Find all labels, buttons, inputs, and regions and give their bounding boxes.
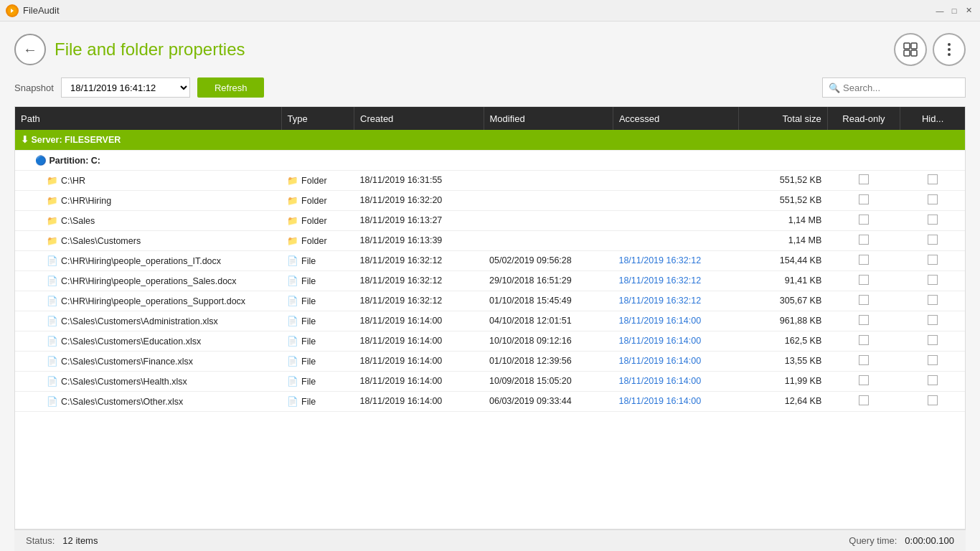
server-row: ⬇ Server: FILESERVER <box>15 130 965 150</box>
cell-hidden <box>900 170 965 190</box>
cell-created: 18/11/2019 16:14:00 <box>354 311 484 331</box>
hidden-checkbox[interactable] <box>928 235 938 245</box>
readonly-checkbox[interactable] <box>859 235 869 245</box>
cell-readonly <box>827 170 900 190</box>
col-header-readonly[interactable]: Read-only <box>827 107 900 130</box>
query-value: 0:00:00.100 <box>905 535 954 546</box>
readonly-checkbox[interactable] <box>859 174 869 184</box>
cell-accessed: 18/11/2019 16:14:00 <box>613 391 738 411</box>
hidden-checkbox[interactable] <box>928 295 938 305</box>
partition-row: 🔵 Partition: C: <box>15 150 965 170</box>
minimize-button[interactable]: — <box>934 5 946 17</box>
server-icon: ⬇ <box>21 135 29 145</box>
hidden-checkbox[interactable] <box>928 335 938 345</box>
folder-icon: 📁 <box>287 196 298 206</box>
status-left: Status: 12 items <box>26 535 98 546</box>
file-icon: 📄 <box>287 377 298 387</box>
table-header-row: Path Type Created Modified Accessed Tota… <box>15 107 965 130</box>
cell-size: 551,52 KB <box>738 190 827 210</box>
folder-icon: 📁 <box>47 176 58 186</box>
app-logo <box>6 4 19 17</box>
svg-rect-2 <box>911 43 917 49</box>
snapshot-select[interactable]: 18/11/2019 16:41:12 <box>61 77 190 98</box>
accessed-value: 18/11/2019 16:14:00 <box>618 396 701 406</box>
col-header-accessed[interactable]: Accessed <box>613 107 738 130</box>
table-row: 📄C:\Sales\Customers\Education.xlsx 📄File… <box>15 331 965 351</box>
readonly-checkbox[interactable] <box>859 194 869 204</box>
readonly-checkbox[interactable] <box>859 355 869 365</box>
readonly-checkbox[interactable] <box>859 275 869 285</box>
accessed-value: 18/11/2019 16:14:00 <box>618 356 701 366</box>
col-header-created[interactable]: Created <box>354 107 484 130</box>
cell-modified: 06/03/2019 09:33:44 <box>484 391 613 411</box>
hidden-checkbox[interactable] <box>928 174 938 184</box>
status-right: Query time: 0:00:00.100 <box>849 535 954 546</box>
readonly-checkbox[interactable] <box>859 375 869 385</box>
cell-type: 📁Folder <box>281 210 354 230</box>
file-icon: 📄 <box>47 296 58 306</box>
status-label: Status: <box>26 535 55 546</box>
snapshot-label: Snapshot <box>14 83 54 93</box>
cell-accessed: 18/11/2019 16:32:12 <box>613 291 738 311</box>
close-button[interactable]: ✕ <box>963 5 974 17</box>
col-header-modified[interactable]: Modified <box>484 107 613 130</box>
cell-hidden <box>900 391 965 411</box>
page-header: ← File and folder properties <box>14 33 966 66</box>
type-text: Folder <box>301 196 326 206</box>
cell-type: 📁Folder <box>281 190 354 210</box>
partition-icon: 🔵 <box>35 156 47 166</box>
cell-hidden <box>900 190 965 210</box>
cell-path: 📁C:\HR\Hiring <box>15 190 281 210</box>
file-icon: 📄 <box>47 316 58 326</box>
refresh-button[interactable]: Refresh <box>197 77 265 98</box>
hidden-checkbox[interactable] <box>928 194 938 204</box>
readonly-checkbox[interactable] <box>859 295 869 305</box>
cell-type: 📄File <box>281 250 354 270</box>
col-header-type[interactable]: Type <box>281 107 354 130</box>
accessed-value: 18/11/2019 16:14:00 <box>618 336 701 346</box>
readonly-checkbox[interactable] <box>859 315 869 325</box>
hidden-checkbox[interactable] <box>928 355 938 365</box>
more-options-button[interactable] <box>933 33 966 66</box>
col-header-size[interactable]: Total size <box>738 107 827 130</box>
hidden-checkbox[interactable] <box>928 395 938 405</box>
cell-path: 📄C:\Sales\Customers\Health.xlsx <box>15 371 281 391</box>
hidden-checkbox[interactable] <box>928 215 938 225</box>
cell-readonly <box>827 210 900 230</box>
cell-size: 154,44 KB <box>738 250 827 270</box>
maximize-button[interactable]: □ <box>948 5 960 17</box>
cell-path: 📄C:\Sales\Customers\Education.xlsx <box>15 331 281 351</box>
col-header-hidden[interactable]: Hid... <box>900 107 965 130</box>
readonly-checkbox[interactable] <box>859 255 869 265</box>
folder-icon: 📁 <box>47 196 58 206</box>
search-input[interactable] <box>843 83 959 93</box>
cell-created: 18/11/2019 16:14:00 <box>354 351 484 371</box>
hidden-checkbox[interactable] <box>928 315 938 325</box>
col-header-path[interactable]: Path <box>15 107 281 130</box>
cell-created: 18/11/2019 16:32:12 <box>354 291 484 311</box>
back-button[interactable]: ← <box>14 34 46 65</box>
file-icon: 📄 <box>287 357 298 367</box>
readonly-checkbox[interactable] <box>859 335 869 345</box>
grid-view-button[interactable] <box>894 33 927 66</box>
type-text: File <box>301 397 316 407</box>
file-icon: 📄 <box>287 256 298 266</box>
folder-icon: 📁 <box>47 216 58 226</box>
file-icon: 📄 <box>47 276 58 286</box>
hidden-checkbox[interactable] <box>928 275 938 285</box>
cell-path: 📁C:\Sales <box>15 210 281 230</box>
cell-modified <box>484 230 613 250</box>
cell-readonly <box>827 331 900 351</box>
readonly-checkbox[interactable] <box>859 395 869 405</box>
cell-path: 📁C:\HR <box>15 170 281 190</box>
cell-readonly <box>827 371 900 391</box>
hidden-checkbox[interactable] <box>928 375 938 385</box>
cell-accessed: 18/11/2019 16:32:12 <box>613 250 738 270</box>
file-icon: 📄 <box>287 336 298 347</box>
cell-modified: 29/10/2018 16:51:29 <box>484 270 613 291</box>
readonly-checkbox[interactable] <box>859 215 869 225</box>
file-icon: 📄 <box>47 397 58 407</box>
hidden-checkbox[interactable] <box>928 255 938 265</box>
cell-size: 11,99 KB <box>738 371 827 391</box>
file-icon: 📄 <box>287 397 298 407</box>
